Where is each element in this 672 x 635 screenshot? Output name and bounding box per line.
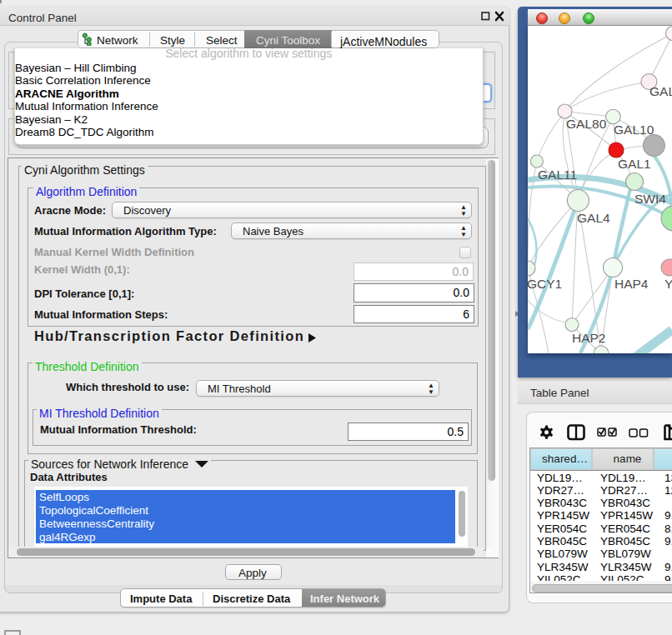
svg-text:HAP2: HAP2 [572, 331, 606, 345]
svg-text:GAL4: GAL4 [577, 211, 610, 225]
svg-text:GAL10: GAL10 [614, 122, 654, 137]
svg-text:GCY1: GCY1 [528, 277, 562, 291]
svg-text:Y: Y [664, 277, 672, 291]
svg-text:SWI4: SWI4 [634, 192, 666, 206]
svg-text:GAL: GAL [649, 84, 672, 98]
svg-text:HAP4: HAP4 [614, 277, 649, 291]
svg-text:GAL80: GAL80 [566, 117, 607, 131]
svg-text:GAL11: GAL11 [538, 168, 577, 182]
svg-text:GAL1: GAL1 [618, 157, 651, 171]
